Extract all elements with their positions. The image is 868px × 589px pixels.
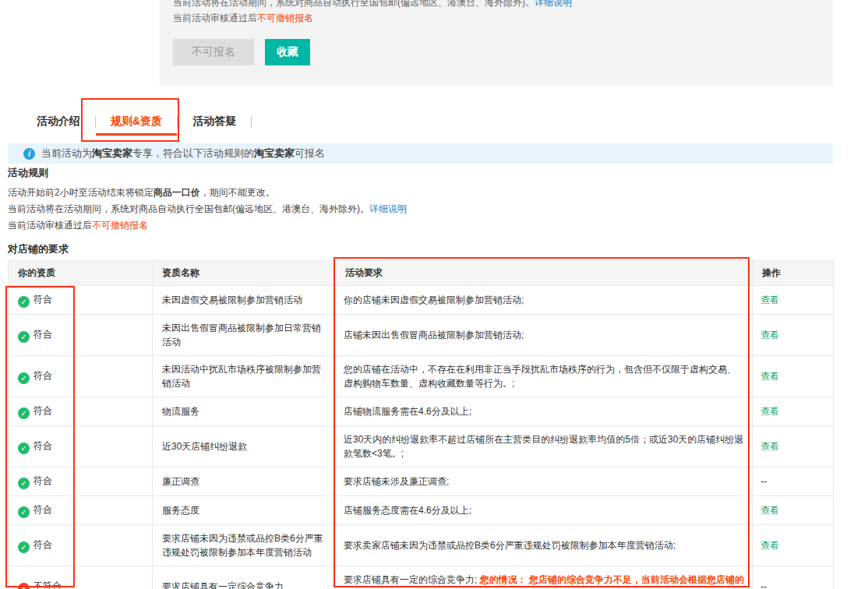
activity-rules-section: 活动规则 活动开始前2小时至活动结束将锁定商品一口价，期间不能更改。 当前活动将…	[8, 166, 833, 234]
requirement-main-text: 要求店铺未涉及廉正调查;	[344, 476, 449, 487]
status-label: 符合	[34, 539, 52, 550]
requirements-title: 对店铺的要求	[8, 242, 69, 256]
check-circle-icon: ✓	[18, 443, 30, 454]
shipping-policy-text: 当前活动将在活动期间，系统对商品自动执行全国包邮(偏远地区、港澳台、海外除外)。	[173, 0, 535, 8]
detail-link[interactable]: 详细说明	[369, 203, 407, 214]
no-cancel-warning: 不可撤销报名	[92, 220, 148, 231]
check-circle-icon: ✓	[18, 331, 30, 343]
status-label: 符合	[34, 440, 52, 451]
status-label: 符合	[34, 370, 52, 381]
qualification-name: 未因活动中扰乱市场秩序被限制参加营销活动	[153, 356, 336, 397]
requirement-text: 近30天内的纠纷退款率不超过店铺所在主营类目的纠纷退款率均值的5倍；或近30天的…	[336, 426, 753, 467]
column-header-name: 资质名称	[153, 261, 336, 286]
status-cell: ✓符合	[9, 496, 153, 525]
check-circle-icon: ✓	[18, 407, 30, 419]
qualification-name: 物流服务	[153, 397, 336, 426]
status-cell: ✓符合	[9, 315, 153, 356]
rules-title: 活动规则	[8, 166, 833, 180]
check-circle-icon: ✓	[18, 478, 30, 489]
requirement-main-text: 您的店铺在活动中，不存在在利用非正当手段扰乱市场秩序的行为，包含但不仅限于虚构交…	[344, 364, 736, 389]
action-cell: 查看	[753, 426, 834, 467]
requirement-text: 要求卖家店铺未因为违禁或品控B类6分严重违规处罚被限制参加本年度营销活动;	[336, 525, 753, 566]
tab-activity-qa[interactable]: 活动答疑	[178, 108, 251, 136]
view-link[interactable]: 查看	[760, 505, 779, 516]
view-link[interactable]: 查看	[760, 371, 779, 382]
view-link[interactable]: 查看	[760, 294, 779, 305]
no-cancel-warning: 不可撤销报名	[257, 12, 313, 23]
requirement-text: 店铺服务态度需在4.6分及以上;	[336, 496, 753, 525]
requirements-table-body: ✓符合未因虚假交易被限制参加营销活动你的店铺未因虚假交易被限制参加营销活动;查看…	[9, 286, 834, 589]
check-circle-icon: ✓	[18, 372, 30, 384]
view-link[interactable]: 查看	[760, 330, 779, 340]
status-label: 符合	[34, 405, 52, 416]
qualification-name: 廉正调查	[153, 467, 336, 496]
tab-activity-intro[interactable]: 活动介绍	[22, 108, 95, 136]
action-cell: 查看	[753, 525, 834, 566]
requirement-text: 店铺物流服务需在4.6分及以上;	[336, 397, 753, 426]
column-header-status: 你的资质	[9, 261, 153, 286]
requirements-table: 你的资质 资质名称 活动要求 操作 ✓符合未因虚假交易被限制参加营销活动你的店铺…	[8, 260, 834, 589]
requirement-text: 你的店铺未因虚假交易被限制参加营销活动;	[336, 286, 753, 315]
rule-line-shipping: 当前活动将在活动期间，系统对商品自动执行全国包邮(偏远地区、港澳台、海外除外)。…	[8, 201, 833, 217]
requirement-text: 要求店铺未涉及廉正调查;	[336, 467, 753, 496]
column-header-requirement: 活动要求	[336, 261, 753, 286]
table-row: ✕不符合要求店铺具有一定综合竞争力要求店铺具有一定的综合竞争力; 您的情况： 您…	[9, 566, 834, 589]
table-row: ✓符合廉正调查要求店铺未涉及廉正调查;--	[9, 467, 834, 496]
qualification-name: 服务态度	[153, 496, 336, 525]
table-row: ✓符合服务态度店铺服务态度需在4.6分及以上;查看	[9, 496, 834, 525]
column-header-action: 操作	[753, 261, 834, 286]
action-cell: 查看	[753, 356, 834, 397]
status-cell: ✓符合	[9, 467, 153, 496]
requirement-main-text: 要求店铺具有一定的综合竞争力;	[344, 574, 477, 585]
qualification-name: 未因虚假交易被限制参加营销活动	[153, 286, 336, 315]
table-row: ✓符合近30天店铺纠纷退款近30天内的纠纷退款率不超过店铺所在主营类目的纠纷退款…	[9, 426, 834, 467]
view-link[interactable]: 查看	[760, 441, 779, 452]
requirement-main-text: 店铺物流服务需在4.6分及以上;	[344, 406, 471, 417]
action-cell: 查看	[753, 496, 834, 525]
requirement-main-text: 要求卖家店铺未因为违禁或品控B类6分严重违规处罚被限制参加本年度营销活动;	[344, 540, 676, 551]
table-row: ✓符合未因活动中扰乱市场秩序被限制参加营销活动您的店铺在活动中，不存在在利用非正…	[9, 356, 834, 397]
qualification-name: 要求店铺具有一定综合竞争力	[153, 566, 336, 589]
notice-banner: i 当前活动为淘宝卖家专享，符合以下活动规则的淘宝卖家可报名	[8, 143, 833, 164]
rule-line-no-cancel: 当前活动审核通过后不可撤销报名	[8, 217, 833, 234]
status-label: 符合	[34, 294, 52, 305]
qualification-name: 近30天店铺纠纷退款	[153, 426, 336, 467]
requirement-main-text: 店铺未因出售假冒商品被限制参加营销活动;	[344, 330, 524, 340]
cannot-register-button: 不可报名	[173, 39, 254, 65]
action-cell: 查看	[753, 315, 834, 356]
view-link[interactable]: 查看	[760, 540, 779, 551]
requirement-text: 店铺未因出售假冒商品被限制参加营销活动;	[336, 315, 753, 356]
requirement-main-text: 近30天内的纠纷退款率不超过店铺所在主营类目的纠纷退款率均值的5倍；或近30天的…	[344, 434, 743, 459]
check-circle-icon: ✓	[18, 506, 30, 518]
tab-bar: 活动介绍 规则&资质 活动答疑	[22, 108, 252, 136]
status-cell: ✓符合	[9, 286, 153, 315]
table-row: ✓符合要求店铺未因为违禁或品控B类6分严重违规处罚被限制参加本年度营销活动要求卖…	[9, 525, 834, 566]
rule-line-price-lock: 活动开始前2小时至活动结束将锁定商品一口价，期间不能更改。	[8, 185, 833, 201]
qualification-name: 未因出售假冒商品被限制参加日常营销活动	[153, 315, 336, 356]
qualification-name: 要求店铺未因为违禁或品控B类6分严重违规处罚被限制参加本年度营销活动	[153, 525, 336, 566]
tab-rules-qualifications[interactable]: 规则&资质	[96, 108, 177, 136]
action-cell: --	[753, 467, 834, 496]
detail-link[interactable]: 详细说明	[535, 0, 572, 8]
action-cell: 查看	[753, 286, 834, 315]
action-buttons: 不可报名 收藏	[173, 39, 833, 65]
table-row: ✓符合未因出售假冒商品被限制参加日常营销活动店铺未因出售假冒商品被限制参加营销活…	[9, 315, 834, 356]
activity-summary-panel: 当前活动将在活动期间，系统对商品自动执行全国包邮(偏远地区、港澳台、海外除外)。…	[160, 0, 833, 86]
status-label: 符合	[34, 475, 52, 486]
cross-circle-icon: ✕	[18, 583, 30, 589]
table-header: 你的资质 资质名称 活动要求 操作	[9, 261, 834, 286]
status-cell: ✓符合	[9, 397, 153, 426]
action-cell: 查看	[753, 397, 834, 426]
status-cell: ✓符合	[9, 356, 153, 397]
audit-warning-line: 当前活动审核通过后不可撤销报名	[173, 10, 833, 26]
status-label: 不符合	[34, 580, 62, 589]
status-label: 符合	[34, 504, 52, 515]
status-cell: ✓符合	[9, 426, 153, 467]
status-label: 符合	[34, 329, 52, 340]
view-link[interactable]: 查看	[760, 406, 779, 417]
check-circle-icon: ✓	[18, 541, 30, 553]
requirement-main-text: 店铺服务态度需在4.6分及以上;	[344, 505, 471, 516]
info-icon: i	[23, 148, 35, 160]
favorite-button[interactable]: 收藏	[265, 39, 310, 65]
status-cell: ✓符合	[9, 525, 153, 566]
